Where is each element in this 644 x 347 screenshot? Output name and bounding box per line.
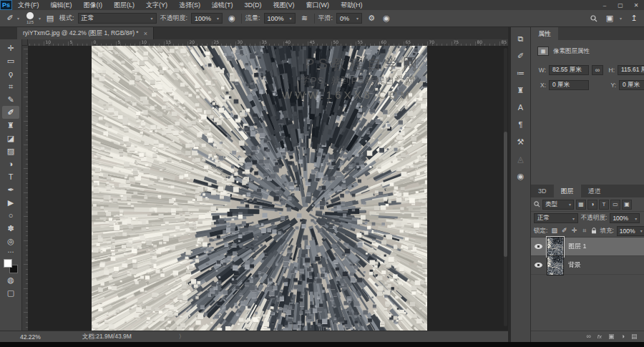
brush-settings-panel-icon[interactable]: ✐ bbox=[512, 48, 530, 64]
layer-effects-icon[interactable]: fx bbox=[597, 334, 602, 340]
zoom-level-field[interactable]: 42.22% bbox=[20, 333, 41, 341]
creative-cloud-icon[interactable]: ◉ bbox=[512, 168, 530, 184]
swatches-panel-icon[interactable]: ⧉ bbox=[512, 31, 530, 47]
menu-type[interactable]: 文字(Y) bbox=[140, 0, 173, 10]
pressure-opacity-icon[interactable]: ◉ bbox=[226, 14, 238, 23]
marquee-tool[interactable]: ▭ bbox=[2, 54, 19, 67]
menu-file[interactable]: 文件(F) bbox=[12, 0, 45, 10]
layer-fill-input[interactable]: 100%▾ bbox=[617, 226, 644, 236]
eyedropper-tool[interactable]: ✎ bbox=[2, 93, 19, 106]
blend-mode-select[interactable]: 正常▾ bbox=[78, 13, 157, 24]
close-tab-icon[interactable]: × bbox=[144, 30, 147, 37]
y-field[interactable]: 0 厘米 bbox=[619, 80, 644, 90]
menu-window[interactable]: 窗口(W) bbox=[301, 0, 336, 10]
width-field[interactable]: 82.55 厘米 bbox=[549, 65, 589, 75]
gear-icon[interactable]: ⚙ bbox=[366, 14, 377, 23]
canvas-viewport[interactable] bbox=[22, 39, 508, 331]
airbrush-icon[interactable]: ≋ bbox=[299, 14, 311, 23]
scrollbar-thumb[interactable] bbox=[504, 132, 507, 257]
brush-tool[interactable]: ✐ bbox=[2, 106, 19, 119]
flow-input[interactable]: 100%▾ bbox=[264, 13, 296, 24]
lasso-tool[interactable]: ϙ bbox=[2, 67, 19, 80]
adjustment-layer-icon[interactable]: ◑ bbox=[621, 333, 625, 340]
character-panel-icon[interactable]: A bbox=[512, 99, 530, 115]
x-field[interactable]: 0 厘米 bbox=[549, 80, 589, 90]
close-button[interactable]: ✕ bbox=[628, 0, 644, 10]
opacity-input[interactable]: 100%▾ bbox=[191, 13, 223, 24]
filter-adjustment-layers-icon[interactable]: ◑ bbox=[587, 200, 597, 210]
menu-edit[interactable]: 编辑(E) bbox=[45, 0, 78, 10]
tab-properties[interactable]: 属性 bbox=[531, 27, 558, 40]
restore-button[interactable]: ▢ bbox=[613, 0, 628, 10]
clone-stamp-tool[interactable]: ♜ bbox=[2, 119, 19, 132]
clone-source-panel-icon[interactable]: ♜ bbox=[512, 82, 530, 98]
more-tools[interactable]: ⋯ bbox=[2, 248, 19, 256]
brush-tool-icon[interactable]: ✐ bbox=[4, 14, 16, 23]
pressure-size-icon[interactable]: ◉ bbox=[381, 14, 392, 23]
layer-blend-mode-select[interactable]: 正常▾ bbox=[534, 213, 578, 223]
dodge-tool[interactable]: ◑ bbox=[2, 157, 19, 170]
shape-tool[interactable]: ○ bbox=[2, 209, 19, 222]
smoothing-input[interactable]: 0%▾ bbox=[336, 13, 362, 24]
tool-preset-dropdown-icon[interactable]: ▾ bbox=[17, 16, 19, 21]
quick-mask-button[interactable]: ◍ bbox=[2, 273, 19, 286]
lock-artboard-icon[interactable]: ⌗ bbox=[580, 227, 588, 235]
menu-view[interactable]: 视图(V) bbox=[268, 0, 301, 10]
paragraph-panel-icon[interactable]: ¶ bbox=[512, 117, 530, 132]
hand-tool[interactable]: ✽ bbox=[2, 222, 19, 235]
tool-presets-panel-icon[interactable]: ⚒ bbox=[512, 134, 530, 150]
lock-position-icon[interactable]: ✛ bbox=[570, 227, 578, 235]
filter-shape-layers-icon[interactable]: ▭ bbox=[610, 200, 620, 210]
filter-type-layers-icon[interactable]: T bbox=[599, 200, 609, 210]
lock-pixels-icon[interactable]: ✐ bbox=[560, 227, 568, 235]
brush-picker-dropdown-icon[interactable]: ▾ bbox=[39, 16, 41, 21]
height-field[interactable]: 115.61 厘米 bbox=[618, 65, 644, 75]
link-dimensions-icon[interactable]: ∞ bbox=[592, 65, 603, 75]
document-canvas[interactable] bbox=[92, 46, 427, 331]
tab-layers[interactable]: 图层 bbox=[554, 185, 581, 197]
menu-select[interactable]: 选择(S) bbox=[173, 0, 206, 10]
filter-pixel-layers-icon[interactable]: ▦ bbox=[576, 200, 586, 210]
brushes-panel-icon[interactable]: ≔ bbox=[512, 65, 530, 81]
filter-smart-objects-icon[interactable]: ▣ bbox=[622, 200, 632, 210]
type-tool[interactable]: T bbox=[2, 170, 19, 183]
pen-tool[interactable]: ✒ bbox=[2, 183, 19, 196]
toggle-brush-panel-icon[interactable]: ▤ bbox=[44, 14, 56, 23]
minimize-button[interactable]: – bbox=[597, 0, 613, 10]
move-tool[interactable]: ✛ bbox=[2, 41, 19, 54]
menu-3d[interactable]: 3D(D) bbox=[239, 0, 268, 10]
lock-all-icon[interactable] bbox=[591, 228, 597, 234]
brush-preset-picker[interactable]: 125 bbox=[23, 12, 37, 24]
tab-channels[interactable]: 通道 bbox=[581, 185, 608, 197]
lock-transparency-icon[interactable]: ▨ bbox=[550, 227, 558, 235]
menu-image[interactable]: 图像(I) bbox=[78, 0, 109, 10]
new-group-icon[interactable]: ▤ bbox=[631, 333, 638, 340]
zoom-tool[interactable]: ◎ bbox=[2, 235, 19, 248]
foreground-color-swatch[interactable] bbox=[4, 259, 12, 268]
canvas-scrollbar[interactable] bbox=[504, 48, 507, 326]
filter-type-select[interactable]: 类型▾ bbox=[542, 200, 574, 210]
layer-row-1[interactable]: 图层 1 bbox=[531, 238, 644, 256]
libraries-panel-icon[interactable]: ◬ bbox=[512, 151, 530, 167]
menu-help[interactable]: 帮助(H) bbox=[335, 0, 369, 10]
gradient-tool[interactable]: ▨ bbox=[2, 145, 19, 157]
share-icon[interactable]: ↥ bbox=[628, 14, 640, 23]
layer-thumbnail[interactable] bbox=[547, 237, 564, 257]
add-mask-icon[interactable]: ▣ bbox=[608, 333, 615, 340]
layer-row-2[interactable]: 背景 bbox=[531, 256, 644, 275]
layer-thumbnail[interactable] bbox=[547, 255, 564, 275]
search-icon[interactable] bbox=[590, 15, 597, 22]
screen-mode-button[interactable]: ▢ bbox=[2, 286, 19, 299]
path-select-tool[interactable]: ▶ bbox=[2, 196, 19, 209]
color-swatches[interactable] bbox=[4, 259, 18, 273]
visibility-eye-icon[interactable] bbox=[535, 263, 542, 268]
crop-tool[interactable]: ⌗ bbox=[2, 80, 19, 93]
menu-filter[interactable]: 滤镜(T) bbox=[206, 0, 239, 10]
tab-3d[interactable]: 3D bbox=[531, 185, 554, 197]
link-layers-icon[interactable]: ∞ bbox=[586, 333, 590, 340]
eraser-tool[interactable]: ◪ bbox=[2, 132, 19, 145]
visibility-eye-icon[interactable] bbox=[535, 244, 542, 249]
menu-layer[interactable]: 图层(L) bbox=[108, 0, 140, 10]
workspace-switcher-icon[interactable]: ▣ bbox=[604, 14, 615, 23]
document-tab[interactable]: ryiYTxmG.jpg @ 42.2% (图层 1, RGB/8#) * × bbox=[17, 27, 154, 39]
